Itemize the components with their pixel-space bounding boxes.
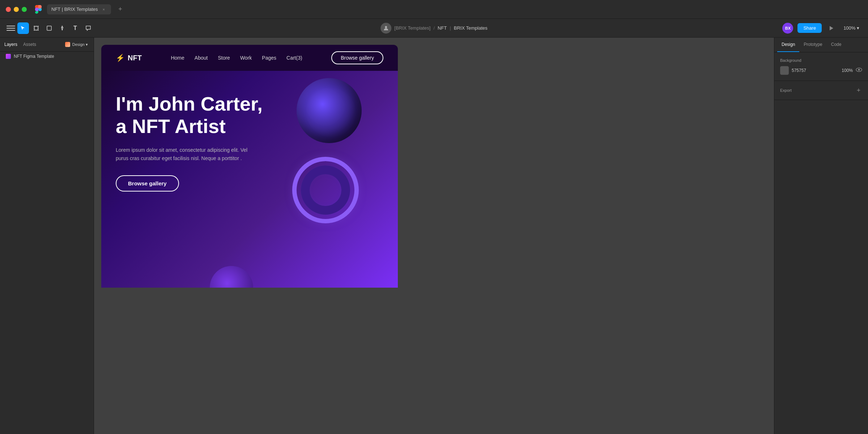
hero-browse-gallery-btn[interactable]: Browse gallery bbox=[116, 175, 179, 192]
design-plugin-label: Design ▾ bbox=[72, 42, 88, 47]
nft-nav-links: Home About Store Work Pages Cart(3) bbox=[171, 55, 302, 61]
tab-title: NFT | BRIX Templates bbox=[51, 7, 98, 12]
zoom-level[interactable]: 100% ▾ bbox=[841, 24, 862, 32]
deco-circle-sphere bbox=[297, 78, 362, 143]
sidebar-tab-layers[interactable]: Layers bbox=[4, 40, 17, 48]
comment-tool-btn[interactable] bbox=[82, 22, 94, 34]
breadcrumb-page: NFT bbox=[438, 25, 447, 31]
right-sidebar: Design Prototype Code Background 575757 … bbox=[774, 38, 868, 434]
canvas: ⚡ NFT Home About Store Work Pages Cart(3… bbox=[94, 38, 774, 434]
menu-button[interactable] bbox=[6, 23, 16, 33]
nft-hero-description: Lorem ipsum dolor sit amet, consectetur … bbox=[116, 146, 260, 162]
svg-marker-15 bbox=[830, 26, 833, 30]
nav-link-work[interactable]: Work bbox=[240, 55, 252, 61]
main-layout: Layers Assets Design ▾ NFT Figma Templat… bbox=[0, 38, 868, 434]
toolbar-right: BX Share 100% ▾ bbox=[782, 23, 862, 34]
deco-circle-ring bbox=[297, 161, 354, 219]
traffic-light-red[interactable] bbox=[6, 7, 11, 12]
left-sidebar: Layers Assets Design ▾ NFT Figma Templat… bbox=[0, 38, 94, 434]
nav-browse-gallery-btn[interactable]: Browse gallery bbox=[331, 51, 383, 64]
color-hex-value[interactable]: 575757 bbox=[792, 68, 835, 73]
svg-point-17 bbox=[858, 69, 860, 71]
export-row: Export + bbox=[780, 87, 862, 94]
hamburger-line-2 bbox=[7, 28, 15, 29]
opacity-value[interactable]: 100% bbox=[838, 68, 853, 73]
right-tab-code[interactable]: Code bbox=[827, 38, 846, 52]
play-button[interactable] bbox=[826, 23, 836, 33]
hamburger-line-3 bbox=[7, 30, 15, 31]
nft-logo: ⚡ NFT bbox=[116, 53, 142, 62]
breadcrumb-sep2: | bbox=[450, 25, 451, 31]
canvas-content: ⚡ NFT Home About Store Work Pages Cart(3… bbox=[101, 45, 767, 434]
nft-hero-content: I'm John Carter,a NFT Artist Lorem ipsum… bbox=[116, 93, 289, 192]
export-section: Export + bbox=[774, 81, 868, 100]
text-tool-btn[interactable]: T bbox=[69, 22, 81, 34]
export-label: Export bbox=[780, 88, 792, 93]
breadcrumb: [BRIX Templates] / NFT | BRIX Templates bbox=[380, 23, 487, 34]
nav-link-cart[interactable]: Cart(3) bbox=[286, 55, 302, 61]
tab-close-btn[interactable]: × bbox=[101, 7, 107, 12]
traffic-light-green[interactable] bbox=[22, 7, 27, 12]
nft-hero-title: I'm John Carter,a NFT Artist bbox=[116, 93, 289, 137]
breadcrumb-team: [BRIX Templates] bbox=[394, 25, 430, 31]
nft-logo-icon: ⚡ bbox=[116, 53, 125, 62]
sidebar-tabs: Layers Assets Design ▾ bbox=[0, 38, 94, 52]
nav-link-home[interactable]: Home bbox=[171, 55, 184, 61]
nft-logo-text: NFT bbox=[128, 54, 142, 62]
design-plugin-icon bbox=[65, 42, 70, 47]
traffic-lights bbox=[6, 7, 27, 12]
nav-link-pages[interactable]: Pages bbox=[262, 55, 276, 61]
traffic-light-yellow[interactable] bbox=[14, 7, 19, 12]
multiplayer-avatar: BX bbox=[782, 23, 793, 34]
right-tab-prototype[interactable]: Prototype bbox=[799, 38, 826, 52]
frame-tool-btn[interactable] bbox=[30, 22, 42, 34]
color-swatch[interactable] bbox=[780, 66, 789, 75]
active-tab[interactable]: NFT | BRIX Templates × bbox=[47, 4, 111, 14]
figma-icon bbox=[34, 5, 43, 14]
shape-tool-btn[interactable] bbox=[43, 22, 55, 34]
nft-hero: I'm John Carter,a NFT Artist Lorem ipsum… bbox=[101, 71, 398, 288]
svg-rect-0 bbox=[34, 26, 38, 30]
select-tool-btn[interactable] bbox=[17, 22, 29, 34]
share-button[interactable]: Share bbox=[797, 23, 822, 33]
toolbar-left: T bbox=[6, 22, 94, 34]
background-color-row: 575757 100% bbox=[780, 66, 862, 75]
nft-navbar: ⚡ NFT Home About Store Work Pages Cart(3… bbox=[101, 45, 398, 71]
nav-link-store[interactable]: Store bbox=[218, 55, 230, 61]
tab-add-btn[interactable]: + bbox=[115, 4, 125, 14]
right-tab-design[interactable]: Design bbox=[777, 38, 799, 52]
background-label: Background bbox=[780, 58, 862, 63]
deco-circle-small bbox=[210, 266, 253, 288]
nav-link-about[interactable]: About bbox=[195, 55, 208, 61]
visibility-icon[interactable] bbox=[856, 67, 862, 74]
hamburger-line-1 bbox=[7, 26, 15, 26]
pen-tool-btn[interactable] bbox=[56, 22, 68, 34]
toolbar: T [BRIX Templates] / NFT | BRIX Template… bbox=[0, 19, 868, 38]
export-add-btn[interactable]: + bbox=[855, 87, 862, 94]
svg-point-14 bbox=[385, 26, 387, 28]
user-avatar[interactable] bbox=[380, 23, 391, 34]
design-plugin-btn[interactable]: Design ▾ bbox=[64, 40, 89, 48]
breadcrumb-file: BRIX Templates bbox=[454, 25, 488, 31]
nft-preview: ⚡ NFT Home About Store Work Pages Cart(3… bbox=[101, 45, 398, 392]
background-section: Background 575757 100% bbox=[774, 52, 868, 81]
sidebar-tab-assets[interactable]: Assets bbox=[23, 40, 36, 48]
svg-rect-13 bbox=[47, 26, 51, 30]
right-sidebar-tabs: Design Prototype Code bbox=[774, 38, 868, 52]
breadcrumb-sep1: / bbox=[433, 25, 435, 31]
layer-icon bbox=[6, 54, 11, 59]
title-bar: NFT | BRIX Templates × + bbox=[0, 0, 868, 19]
layer-item-nft[interactable]: NFT Figma Template bbox=[0, 52, 94, 61]
layer-label: NFT Figma Template bbox=[14, 54, 54, 59]
